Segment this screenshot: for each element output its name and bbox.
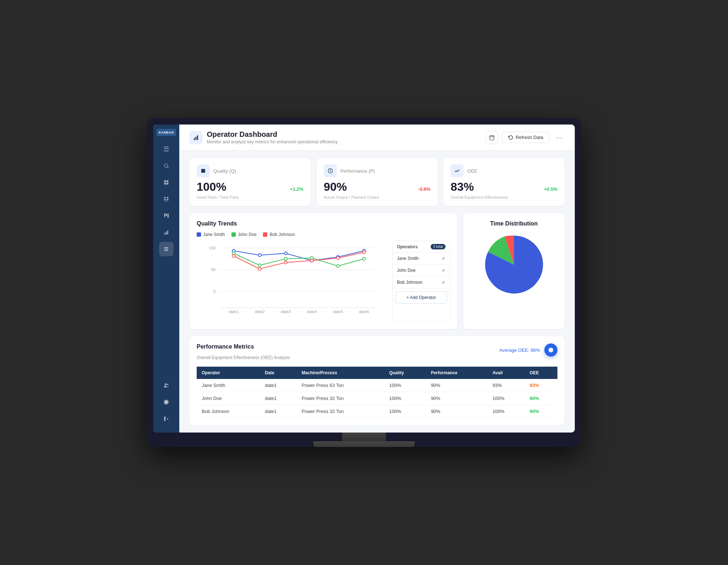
svg-rect-8 bbox=[164, 199, 166, 200]
svg-rect-25 bbox=[197, 135, 198, 140]
legend-dot-jane bbox=[197, 232, 201, 237]
svg-rect-32 bbox=[203, 170, 204, 172]
svg-rect-6 bbox=[164, 197, 166, 198]
chart-legend: Jane Smith John Doe Bob Johnson bbox=[197, 232, 450, 237]
col-oee: OEE bbox=[524, 367, 557, 379]
operator-bob-check: ✓ bbox=[442, 280, 445, 285]
perf-title: Performance Metrics bbox=[197, 343, 290, 350]
svg-text:date5: date5 bbox=[333, 309, 343, 314]
calendar-button[interactable] bbox=[485, 131, 498, 144]
add-operator-button[interactable]: + Add Operator bbox=[396, 291, 447, 304]
svg-rect-24 bbox=[196, 136, 197, 140]
gear-settings-button[interactable] bbox=[544, 343, 557, 357]
perf-title-block: Performance Metrics Overall Equipment Ef… bbox=[197, 343, 290, 365]
operator-john[interactable]: John Doe ✓ bbox=[393, 265, 450, 277]
oee-change: +0.5% bbox=[544, 186, 557, 192]
svg-rect-16 bbox=[167, 231, 168, 235]
table-row: Bob Johnson date1 Power Press 32 Ton 100… bbox=[197, 405, 557, 418]
col-operator: Operator bbox=[197, 367, 260, 379]
col-performance: Performance bbox=[426, 367, 488, 379]
line-chart: 100 50 0 date1 date2 date3 date4 date5 bbox=[197, 241, 386, 322]
kanban-board-icon[interactable] bbox=[159, 208, 173, 223]
col-machine: Machine/Process bbox=[297, 367, 384, 379]
legend-jane: Jane Smith bbox=[197, 232, 225, 237]
avg-oee-link[interactable]: Average OEE: 86% bbox=[499, 347, 540, 353]
svg-point-57 bbox=[284, 257, 287, 260]
svg-rect-23 bbox=[194, 138, 195, 140]
svg-text:date4: date4 bbox=[307, 309, 317, 314]
dashboard-icon[interactable] bbox=[159, 175, 173, 190]
table-row: Jane Smith date1 Power Press 63 Ton 100%… bbox=[197, 379, 557, 392]
svg-point-64 bbox=[310, 259, 313, 262]
operator-jane[interactable]: Jane Smith ✓ bbox=[393, 253, 450, 265]
row1-date: date1 bbox=[260, 379, 297, 392]
page-title: Operator Dashboard bbox=[207, 130, 338, 139]
page-icon bbox=[189, 131, 202, 144]
svg-rect-19 bbox=[164, 250, 168, 250]
svg-rect-2 bbox=[164, 180, 166, 182]
logout-icon[interactable] bbox=[159, 412, 173, 426]
menu-icon[interactable]: ☰ bbox=[159, 142, 173, 156]
row3-quality: 100% bbox=[384, 405, 426, 418]
table-row: John Doe date1 Power Press 32 Ton 100% 9… bbox=[197, 392, 557, 405]
stand-base bbox=[313, 441, 415, 447]
quality-label: Quality (Q) bbox=[213, 168, 236, 174]
operator-jane-check: ✓ bbox=[442, 256, 445, 261]
row2-performance: 90% bbox=[426, 392, 488, 405]
svg-rect-31 bbox=[202, 170, 203, 172]
operator-bob[interactable]: Bob Johnson ✓ bbox=[393, 277, 450, 288]
operators-count: 3 total bbox=[431, 244, 445, 249]
grid-icon[interactable] bbox=[159, 192, 173, 206]
performance-desc: Actual Output / Planned Output bbox=[324, 195, 431, 199]
perf-header: Performance Metrics Overall Equipment Ef… bbox=[197, 343, 557, 365]
legend-dot-john bbox=[231, 232, 236, 237]
kpi-performance: Performance (P) 90% -0.8% Actual Output … bbox=[317, 158, 438, 206]
legend-dot-bob bbox=[263, 232, 267, 237]
operators-header: Operators 3 total bbox=[393, 241, 450, 253]
quality-change: +1.2% bbox=[290, 186, 303, 192]
col-date: Date bbox=[260, 367, 297, 379]
row3-oee: 90% bbox=[524, 405, 557, 418]
list-icon[interactable] bbox=[159, 242, 173, 256]
page-content: Quality (Q) 100% +1.2% Good Parts / Tota… bbox=[179, 151, 575, 433]
row1-avail: 93% bbox=[488, 379, 525, 392]
performance-table: Operator Date Machine/Process Quality Pe… bbox=[197, 367, 557, 418]
svg-rect-18 bbox=[164, 249, 168, 249]
refresh-button[interactable]: Refresh Data bbox=[502, 132, 549, 143]
row2-avail: 100% bbox=[488, 392, 525, 405]
svg-rect-3 bbox=[167, 180, 168, 182]
svg-rect-4 bbox=[164, 183, 166, 185]
row2-operator: John Doe bbox=[197, 392, 260, 405]
svg-rect-11 bbox=[164, 214, 165, 217]
sidebar: KANBAN ☰ bbox=[153, 125, 179, 433]
oee-desc: Overall Equipment Effectiveness bbox=[451, 195, 557, 199]
people-icon[interactable] bbox=[159, 378, 173, 393]
svg-point-61 bbox=[232, 254, 235, 257]
svg-line-35 bbox=[328, 169, 329, 169]
operator-bob-name: Bob Johnson bbox=[397, 280, 422, 285]
svg-point-51 bbox=[284, 252, 287, 255]
pie-chart bbox=[481, 232, 547, 297]
oee-value: 83% bbox=[451, 180, 474, 194]
mid-row: Quality Trends Jane Smith John Doe bbox=[189, 213, 565, 329]
page-header: Operator Dashboard Monitor and analyze k… bbox=[179, 125, 575, 151]
kpi-row: Quality (Q) 100% +1.2% Good Parts / Tota… bbox=[189, 158, 565, 206]
row3-avail: 100% bbox=[488, 405, 525, 418]
svg-text:50: 50 bbox=[211, 267, 216, 272]
more-options-button[interactable]: ⋯ bbox=[553, 132, 565, 143]
row3-performance: 90% bbox=[426, 405, 488, 418]
performance-change: -0.8% bbox=[418, 186, 430, 192]
operator-john-name: John Doe bbox=[397, 268, 415, 273]
search-icon[interactable] bbox=[159, 159, 173, 173]
operators-panel: Operators 3 total Jane Smith ✓ John Doe … bbox=[392, 241, 450, 322]
svg-rect-9 bbox=[167, 199, 168, 200]
svg-point-60 bbox=[363, 257, 365, 260]
row2-quality: 100% bbox=[384, 392, 426, 405]
header-left: Operator Dashboard Monitor and analyze k… bbox=[189, 130, 338, 144]
svg-rect-10 bbox=[164, 201, 168, 201]
performance-label: Performance (P) bbox=[340, 168, 375, 174]
settings-icon[interactable] bbox=[159, 395, 173, 409]
quality-desc: Good Parts / Total Parts bbox=[197, 195, 304, 199]
svg-rect-14 bbox=[164, 233, 166, 235]
bar-chart-icon[interactable] bbox=[159, 225, 173, 240]
